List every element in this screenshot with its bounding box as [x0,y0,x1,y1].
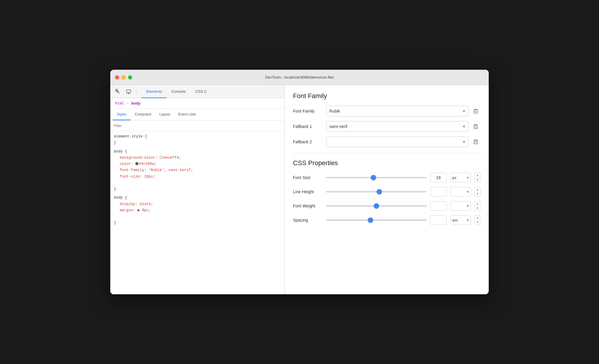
breadcrumb-separator: › [127,101,129,105]
font-size-increment-button[interactable]: ▲ [475,173,480,178]
css-properties-section: CSS Properties Font Size px em rem % [293,159,480,225]
css-prop-bg: background-color: #eceff4; [114,155,281,161]
fallback1-delete-button[interactable] [471,122,480,131]
css-prop-display: display: block; [114,201,281,207]
font-size-slider[interactable] [326,177,427,178]
color-swatch-color[interactable] [135,162,138,165]
spacing-increment-button[interactable]: ▲ [475,216,480,220]
css-prop-color: color: #4c566a; [114,161,281,167]
fallback1-select-wrapper: sans-serif serif monospace ▼ [326,121,469,132]
font-family-select-container: Rubik Arial Georgia ▼ [326,106,480,116]
fallback2-delete-button[interactable] [471,137,480,147]
spacing-label: Spacing [293,218,323,222]
css-rule-body: body { background-color: #eceff4; color:… [114,149,281,193]
color-swatch-bg[interactable] [160,156,163,159]
font-size-unit-select[interactable]: px em rem % [450,173,471,182]
font-weight-decrement-button[interactable]: ▼ [475,206,480,211]
spacing-slider[interactable] [326,220,427,221]
toolbar: Elements Console CSS C [110,85,284,98]
spacing-thumb[interactable] [368,217,373,223]
fallback1-label: Fallback 1 [293,124,323,129]
breadcrumb-html[interactable]: html [115,101,124,105]
font-family-section: Font Family Font Family Rubik Arial Geor… [293,92,480,147]
fallback1-select[interactable]: sans-serif serif monospace [326,121,469,132]
css-close-brace: } [114,141,116,145]
line-height-decrement-button[interactable]: ▼ [475,192,480,196]
breadcrumb-body[interactable]: body [131,101,140,105]
device-icon[interactable] [124,87,133,96]
font-family-select-wrapper: Rubik Arial Georgia ▼ [326,106,469,116]
left-panel: Elements Console CSS C html › body [110,85,285,294]
line-height-stepper[interactable]: ▲ ▼ [475,187,480,196]
sub-tab-computed[interactable]: Computed [131,108,155,120]
sub-tab-styles[interactable]: Styles [113,108,131,120]
fallback2-row: Fallback 2 sans-serif serif ▼ [293,136,480,147]
filter-input[interactable] [114,124,281,128]
minimize-button[interactable] [122,75,126,79]
spacing-stepper[interactable]: ▲ ▼ [475,215,480,225]
css-selector-italic: body { [114,196,127,200]
css-value-margin: 8px; [142,208,151,212]
font-size-thumb[interactable] [371,175,376,180]
font-weight-input[interactable] [430,201,447,211]
sub-tabs: Styles Computed Layout Event Liste [110,109,284,121]
maximize-button[interactable] [128,75,132,79]
line-height-slider[interactable] [326,191,427,192]
font-size-stepper[interactable]: ▲ ▼ [475,173,480,182]
section-divider [293,153,480,153]
svg-rect-2 [127,93,130,94]
svg-rect-1 [127,90,131,93]
font-size-unit-wrapper: px em rem % ▼ [450,173,471,182]
svg-rect-13 [475,124,477,125]
margin-arrow[interactable]: ▶ [137,208,140,212]
sub-tab-layout[interactable]: Layout [155,108,174,120]
traffic-lights [115,75,132,79]
svg-rect-18 [475,140,477,140]
inspector-icon[interactable] [114,87,122,96]
css-value-bg: #eceff4; [163,156,181,160]
css-editor[interactable]: element.style { } body { background-colo… [110,131,284,294]
close-button[interactable] [115,75,119,79]
tabs-nav: Elements Console CSS C [140,85,281,98]
font-size-input[interactable] [430,173,447,182]
tab-css[interactable]: CSS C [190,85,212,98]
tab-console[interactable]: Console [167,85,190,98]
fallback1-row: Fallback 1 sans-serif serif monospace ▼ [293,121,480,132]
line-height-unit-select[interactable]: px em [450,187,471,196]
line-height-increment-button[interactable]: ▲ [475,187,480,192]
spacing-unit-wrapper: em px rem ▼ [450,215,471,225]
css-prop-margin: margin: ▶ 8px; [114,207,281,214]
font-family-select[interactable]: Rubik Arial Georgia [326,106,469,116]
font-size-decrement-button[interactable]: ▼ [475,178,480,182]
line-height-thumb[interactable] [377,189,382,194]
font-family-row: Font Family Rubik Arial Georgia ▼ [293,106,480,116]
css-prop-font-size: font-size: 18px; [114,174,281,180]
font-family-title: Font Family [293,92,480,100]
spacing-input[interactable] [430,215,447,225]
spacing-decrement-button[interactable]: ▼ [475,220,480,225]
fallback2-select-container: sans-serif serif ▼ [326,136,480,147]
toolbar-divider [136,89,137,95]
fallback2-select[interactable]: sans-serif serif [326,136,469,147]
tab-elements[interactable]: Elements [141,85,167,98]
css-close-brace2: } [114,187,116,191]
devtools-body: Elements Console CSS C html › body [110,85,489,294]
font-family-label: Font Family [293,109,323,113]
font-weight-thumb[interactable] [374,203,379,209]
line-height-input[interactable] [430,187,447,196]
fallback2-label: Fallback 2 [293,139,323,144]
css-prop-font-family: font-family: 'Rubik', sans-serif; [114,167,281,173]
font-family-delete-button[interactable] [471,106,480,116]
line-height-row: Line Height px em ▼ ▲ [293,187,480,196]
font-weight-unit-wrapper: 400 700 ▼ [450,201,471,211]
font-weight-stepper[interactable]: ▲ ▼ [475,201,480,211]
line-height-label: Line Height [293,189,323,194]
font-weight-unit-select[interactable]: 400 700 [450,201,471,211]
font-weight-slider[interactable] [326,205,427,207]
svg-rect-9 [474,125,477,129]
font-weight-row: Font Weight 400 700 ▼ ▲ [293,201,480,211]
spacing-unit-select[interactable]: em px rem [450,215,471,225]
css-value-color: #4c566a; [139,162,157,166]
font-weight-increment-button[interactable]: ▲ [475,202,480,206]
sub-tab-event-listeners[interactable]: Event Liste [174,108,200,120]
